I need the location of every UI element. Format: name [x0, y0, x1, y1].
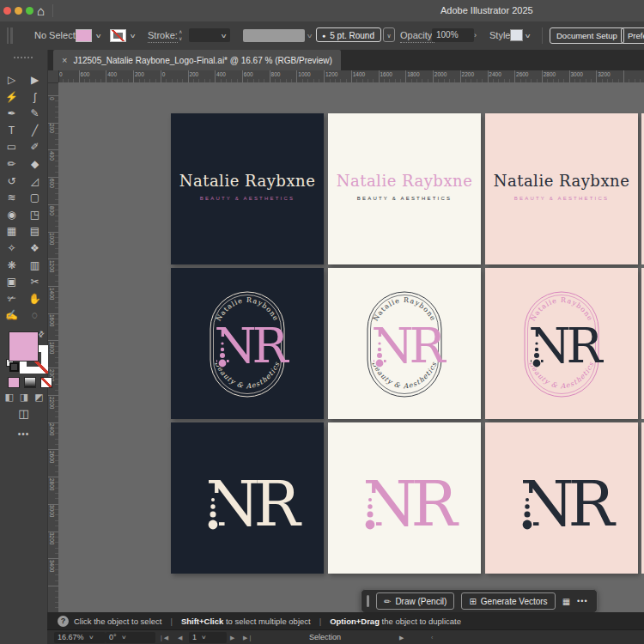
status-back-icon[interactable]: ‹ — [431, 632, 433, 643]
fill-proxy-swatch[interactable] — [9, 331, 39, 361]
paintbrush-tool-icon[interactable]: ✐ — [23, 139, 46, 156]
gradient-tool-icon[interactable]: ▤ — [23, 223, 46, 240]
eraser-tool-icon[interactable]: ◆ — [23, 156, 46, 173]
h-ruler-label: 1000 — [296, 71, 324, 77]
help-icon[interactable]: ? — [58, 616, 69, 627]
variable-width-profile-dropdown[interactable]: ●5 pt. Round — [316, 27, 381, 42]
opacity-label[interactable]: Opacity: — [400, 29, 434, 43]
magic-wand-tool-icon[interactable]: ⚡ — [0, 89, 23, 106]
scale-tool-icon[interactable]: ◿ — [23, 173, 46, 191]
generate-vectors-button[interactable]: ⊞Generate Vectors — [461, 592, 555, 610]
zoom-level-dropdown[interactable]: 16.67%∨ — [54, 632, 106, 643]
type-tool-icon[interactable]: T — [0, 123, 23, 140]
color-mode-button[interactable] — [8, 377, 20, 388]
stroke-weight-stepper[interactable]: ∧∨ — [179, 28, 182, 42]
preferences-button[interactable]: Preferences — [621, 27, 644, 44]
artboard-6-badge-blush[interactable]: Natalie Raybone Beauty & Aesthetics NR — [485, 268, 638, 419]
curvature-tool-icon[interactable]: ✎ — [23, 106, 46, 123]
lasso-tool-icon[interactable]: ʃ — [23, 89, 46, 106]
gradient-mode-button[interactable] — [24, 377, 36, 388]
style-swatch[interactable] — [510, 29, 523, 41]
taskbar-drag-handle[interactable] — [367, 595, 369, 607]
controlbar-grip[interactable] — [7, 27, 10, 44]
artboard-tool-icon[interactable]: ▣ — [0, 274, 23, 291]
width-tool-icon[interactable]: ≋ — [0, 190, 23, 207]
home-icon[interactable]: ⌂ — [37, 1, 45, 21]
eyedropper-tool-icon[interactable]: ✧ — [0, 240, 23, 258]
draw-behind-mode-icon[interactable]: ◨ — [20, 392, 28, 403]
tools-panel-drag-handle[interactable] — [14, 57, 33, 58]
direct-selection-tool-icon[interactable]: ▶ — [23, 72, 46, 89]
v-ruler-label: 200 — [49, 122, 55, 149]
slice-tool-icon[interactable]: ✂ — [23, 274, 46, 291]
profile-value: 5 pt. Round — [330, 31, 374, 40]
shape-builder-tool-icon[interactable]: ◉ — [0, 207, 23, 224]
brush-definition-dropdown[interactable] — [243, 29, 305, 42]
first-artboard-button[interactable]: |◀ — [161, 632, 170, 643]
canvas[interactable]: Natalie Raybxne BEAUTY & AESTHETICS Nata… — [58, 82, 644, 612]
close-tab-icon[interactable]: × — [62, 55, 67, 65]
document-setup-button[interactable]: Document Setup — [550, 27, 624, 44]
draw-normal-mode-icon[interactable]: ◧ — [4, 392, 13, 403]
stroke-weight-chevron-icon[interactable]: ∨ — [220, 21, 227, 50]
artboard-navigation-dropdown[interactable]: 1∨ — [189, 632, 227, 643]
annotate-tool-icon[interactable]: ✍ — [0, 307, 23, 325]
status-panel-arrow-icon[interactable]: ▶ — [399, 632, 404, 643]
draw-pencil-button[interactable]: ✏Draw (Pencil) — [376, 592, 454, 610]
rotation-value: 0° — [109, 632, 117, 643]
contextual-task-bar[interactable]: ✏Draw (Pencil) ⊞Generate Vectors ▦ ••• — [361, 589, 598, 613]
opacity-field[interactable]: 100% — [432, 28, 474, 42]
artboard-5-badge-cream[interactable]: Natalie Raybone Beauty & Aesthetics NR — [328, 268, 481, 419]
stepper-down-icon[interactable]: ∨ — [179, 36, 182, 41]
perspective-grid-tool-icon[interactable]: ◳ — [23, 207, 46, 224]
stroke-chevron-icon[interactable]: ∨ — [129, 21, 136, 50]
screen-mode-button[interactable]: ◫ — [0, 407, 47, 420]
draw-inside-mode-icon[interactable]: ◩ — [34, 392, 43, 403]
vertical-ruler[interactable]: 0200400600800100012001400160018002000220… — [47, 82, 59, 612]
horizontal-ruler[interactable]: 8006004002000200400600800100012001400160… — [47, 70, 644, 83]
fullscreen-window-button[interactable] — [26, 7, 33, 15]
stroke-weight-label[interactable]: Stroke: — [148, 29, 178, 43]
brush-chevron-icon[interactable]: ∨ — [306, 21, 313, 50]
artboard-7-monogram-navy[interactable]: NR — [171, 422, 324, 574]
selection-tool-icon[interactable]: ▷ — [0, 72, 23, 89]
next-artboard-button[interactable]: ▶ — [230, 632, 236, 643]
rotate-tool-icon[interactable]: ↺ — [0, 173, 23, 191]
blend-tool-icon[interactable]: ❖ — [23, 240, 46, 258]
line-segment-tool-icon[interactable]: ╱ — [23, 123, 46, 140]
shaper-tool-icon[interactable]: ✏ — [0, 156, 23, 173]
minimize-window-button[interactable] — [15, 7, 22, 15]
graph-tool-icon[interactable]: ▥ — [23, 258, 46, 275]
mesh-tool-icon[interactable]: ▦ — [0, 223, 23, 240]
fill-color-swatch[interactable] — [76, 29, 92, 42]
opacity-expand-icon[interactable]: › — [474, 21, 477, 50]
free-transform-tool-icon[interactable]: ▢ — [23, 190, 46, 207]
artboard-8-monogram-cream[interactable]: NR — [328, 422, 481, 574]
artboard-3-wordmark-blush[interactable]: Natalie Raybxne BEAUTY & AESTHETICS — [485, 113, 638, 264]
zoom-tool-icon[interactable]: ◌ — [23, 307, 46, 325]
fill-chevron-icon[interactable]: ∨ — [94, 21, 101, 50]
style-chevron-icon[interactable]: ∨ — [524, 21, 531, 50]
none-mode-button[interactable] — [40, 377, 52, 388]
rectangle-tool-icon[interactable]: ▭ — [0, 139, 23, 156]
rotation-dropdown[interactable]: 0°∨ — [106, 632, 155, 643]
taskbar-more-icon[interactable]: ••• — [577, 597, 587, 605]
artboard-4-badge-navy[interactable]: Natalie Raybone Beauty & Aesthetics NR — [171, 268, 324, 419]
generate-image-icon[interactable]: ▦ — [562, 597, 570, 606]
artboard-2-wordmark-cream[interactable]: Natalie Raybxne BEAUTY & AESTHETICS — [328, 113, 481, 264]
edit-toolbar-ellipsis[interactable]: ••• — [0, 429, 47, 439]
profile-chevron-icon[interactable]: ∨ — [383, 27, 395, 42]
close-window-button[interactable] — [3, 7, 11, 15]
symbol-sprayer-tool-icon[interactable]: ❋ — [0, 258, 23, 275]
artboard-9-monogram-blush[interactable]: NR — [485, 422, 638, 574]
artboard-1-wordmark-navy[interactable]: Natalie Raybxne BEAUTY & AESTHETICS — [171, 113, 324, 264]
document-tab[interactable]: × J12505_Natalie Raybone_Logo-Final.ai* … — [53, 50, 341, 70]
stroke-color-swatch[interactable] — [110, 29, 126, 42]
stepper-up-icon[interactable]: ∧ — [179, 29, 182, 34]
knife-tool-icon[interactable]: ✃ — [0, 291, 23, 308]
hand-tool-icon[interactable]: ✋ — [23, 291, 46, 308]
last-artboard-button[interactable]: ▶| — [243, 632, 252, 643]
ruler-corner[interactable] — [47, 70, 59, 83]
previous-artboard-button[interactable]: ◀ — [178, 632, 184, 643]
pen-tool-icon[interactable]: ✒ — [0, 106, 23, 123]
